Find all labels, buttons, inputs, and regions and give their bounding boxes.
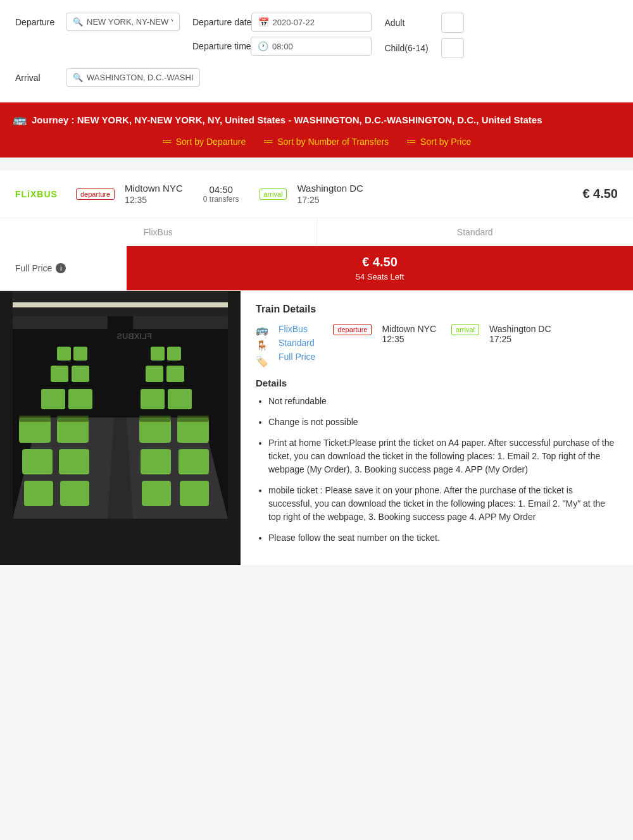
price-row: Full Price i € 4.50 54 Seats Left [0, 246, 633, 290]
train-details-grid: 🚌 🪑 🏷️ FlixBus Standard Full Price depar… [256, 324, 618, 368]
departure-station-info: Midtown NYC 12:35 [125, 183, 183, 205]
arrival-time: 17:25 [297, 195, 363, 205]
train-detail-icon-ticket: 🏷️ [256, 355, 268, 368]
detail-departure-badge: departure [333, 324, 372, 335]
arrival-input[interactable] [87, 73, 193, 82]
child-counter[interactable] [441, 38, 464, 58]
departure-label: Departure [15, 17, 60, 27]
adult-col: Adult Child(6-14) [384, 13, 494, 58]
svg-rect-33 [177, 416, 209, 422]
journey-banner: 🚌 Journey : NEW YORK, NY-NEW YORK, NY, U… [0, 102, 633, 158]
departure-time-field: Departure time 🕐 [192, 37, 372, 56]
arr-badge-row: arrival [451, 324, 479, 335]
departure-date-label: Departure date [192, 17, 245, 27]
svg-rect-25 [166, 366, 184, 382]
price-section: € 4.50 [582, 187, 618, 201]
adult-counter[interactable] [441, 13, 464, 33]
tabs-row: FlixBus Standard [0, 218, 633, 246]
detail-departure-station: Midtown NYC 12:35 [382, 324, 436, 344]
sort-transfers-icon: ≔ [263, 135, 273, 147]
svg-rect-21 [168, 389, 192, 409]
sort-by-price-button[interactable]: ≔ Sort by Price [406, 135, 471, 147]
sort-by-transfers-button[interactable]: ≔ Sort by Number of Transfers [263, 135, 389, 147]
svg-rect-19 [68, 389, 92, 409]
details-section-title: Details [256, 378, 618, 388]
tab-standard[interactable]: Standard [317, 218, 634, 246]
price-value-col[interactable]: € 4.50 54 Seats Left [127, 246, 633, 290]
sort-departure-icon: ≔ [162, 135, 172, 147]
bus-icon: 🚌 [13, 113, 27, 127]
journey-text: Journey : NEW YORK, NY-NEW YORK, NY, Uni… [32, 114, 542, 125]
sort-by-departure-button[interactable]: ≔ Sort by Departure [162, 135, 246, 147]
child-label: Child(6-14) [384, 43, 435, 53]
detail-info: Train Details 🚌 🪑 🏷️ FlixBus Standard Fu… [241, 291, 633, 565]
adult-label: Adult [384, 18, 435, 28]
svg-rect-28 [151, 347, 165, 361]
departure-field: Departure 🔍 [15, 13, 180, 31]
adult-row: Adult [384, 13, 494, 33]
arrival-station-name: Washington DC [297, 183, 363, 194]
sort-transfers-label: Sort by Number of Transfers [277, 137, 389, 147]
svg-rect-36 [133, 316, 228, 329]
svg-rect-16 [142, 481, 171, 506]
departure-time-input-wrapper[interactable]: 🕐 [251, 37, 372, 56]
trip-price: € 4.50 [582, 187, 618, 201]
svg-rect-22 [51, 366, 68, 382]
ticket-type-link[interactable]: Full Price [279, 352, 315, 362]
arrival-input-wrapper[interactable]: 🔍 [66, 68, 200, 87]
svg-rect-2 [0, 291, 13, 519]
arrival-field: Arrival 🔍 [15, 68, 618, 87]
arrival-search-icon: 🔍 [73, 73, 83, 82]
bus-image: FLIXBUS [0, 291, 241, 565]
svg-rect-10 [24, 481, 53, 506]
detail-item-0: Not refundable [268, 395, 618, 408]
clock-icon: 🕐 [258, 41, 268, 51]
train-detail-icon-bus: 🚌 [256, 324, 268, 336]
trip-row: FLiXBUS departure Midtown NYC 12:35 04:5… [0, 170, 633, 218]
journey-title: 🚌 Journey : NEW YORK, NY-NEW YORK, NY, U… [13, 113, 620, 127]
svg-rect-23 [72, 366, 89, 382]
svg-rect-17 [180, 481, 209, 506]
svg-rect-20 [141, 389, 165, 409]
tab-flixbus[interactable]: FlixBus [0, 218, 317, 246]
detail-item-4: Please follow the seat number on the tic… [268, 531, 618, 545]
duration-info: 04:50 0 transfers [203, 184, 239, 204]
price-label-col: Full Price i [0, 246, 127, 290]
duration-time: 04:50 [209, 184, 233, 195]
detail-item-2: Print at home Ticket:Please print the ti… [268, 436, 618, 476]
svg-rect-32 [139, 416, 171, 422]
svg-rect-18 [41, 389, 65, 409]
svg-rect-35 [13, 316, 108, 329]
svg-rect-31 [57, 416, 89, 422]
departure-date-col: Departure date 📅 Departure time 🕐 [192, 13, 372, 56]
svg-rect-14 [141, 449, 171, 474]
results-area: FLiXBUS departure Midtown NYC 12:35 04:5… [0, 158, 633, 571]
svg-rect-9 [59, 449, 89, 474]
svg-rect-26 [57, 347, 71, 361]
svg-rect-8 [22, 449, 53, 474]
sort-price-icon: ≔ [406, 135, 417, 147]
seats-left: 54 Seats Left [356, 272, 404, 281]
arrival-station-info: Washington DC 17:25 [297, 183, 363, 205]
bus-interior-image: FLIXBUS [0, 291, 241, 519]
calendar-icon: 📅 [258, 17, 269, 27]
sort-bar: ≔ Sort by Departure ≔ Sort by Number of … [13, 135, 620, 147]
departure-date-input-wrapper[interactable]: 📅 [251, 13, 372, 32]
sort-departure-label: Sort by Departure [176, 137, 246, 147]
info-icon[interactable]: i [56, 263, 66, 273]
train-details-title: Train Details [256, 304, 618, 315]
departure-time: 12:35 [125, 195, 183, 205]
departure-date-input[interactable] [273, 18, 365, 27]
svg-rect-15 [179, 449, 209, 474]
departure-input[interactable] [87, 17, 173, 27]
departure-input-wrapper[interactable]: 🔍 [66, 13, 180, 31]
svg-rect-11 [60, 481, 89, 506]
departure-time-input[interactable] [272, 42, 365, 51]
svg-rect-30 [19, 416, 51, 422]
departure-station-name: Midtown NYC [125, 183, 183, 194]
detail-arrival-station: Washington DC 17:25 [489, 324, 551, 344]
operator-link[interactable]: FlixBus [279, 324, 315, 334]
detail-section: FLIXBUS Train Details 🚌 🪑 🏷️ [0, 290, 633, 565]
class-link[interactable]: Standard [279, 338, 315, 348]
detail-item-3: mobile ticket : Please save it on your p… [268, 484, 618, 524]
